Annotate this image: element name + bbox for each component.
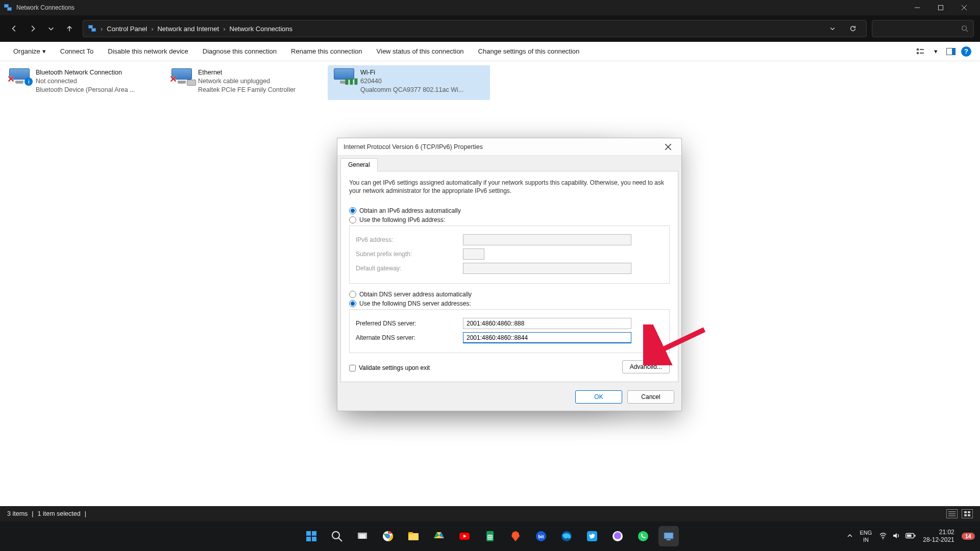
close-window-button[interactable]: [952, 0, 976, 15]
whatsapp-icon[interactable]: [633, 526, 653, 546]
radio-obtain-dns-auto[interactable]: Obtain DNS server address automatically: [349, 291, 670, 298]
svg-rect-56: [915, 535, 916, 537]
network-adapter-icon: ✕ᚼ: [7, 68, 32, 93]
tab-strip: General: [337, 156, 681, 171]
validate-checkbox-input[interactable]: [349, 365, 356, 371]
ipv6-address-input: [463, 234, 631, 245]
svg-rect-30: [359, 534, 365, 539]
task-view-icon[interactable]: [352, 526, 373, 546]
status-bar: 3 items | 1 item selected |: [0, 506, 980, 521]
taskbar-pinned-apps: bit: [301, 526, 679, 546]
organize-label: Organize: [13, 47, 40, 55]
dialog-button-row: OK Cancel: [337, 385, 681, 411]
details-view-icon[interactable]: [946, 509, 958, 518]
connection-item-bluetooth[interactable]: ✕ᚼ Bluetooth Network Connection Not conn…: [3, 65, 165, 100]
radio-use-ip-manual-input[interactable]: [349, 216, 356, 223]
view-options-button[interactable]: [913, 42, 928, 61]
address-bar[interactable]: › Control Panel › Network and Internet ›…: [83, 20, 867, 37]
cmd-view-status[interactable]: View status of this connection: [370, 42, 471, 61]
network-adapter-icon: ▮▮▮: [332, 68, 356, 93]
cmd-rename[interactable]: Rename this connection: [284, 42, 369, 61]
app-icon: [4, 4, 12, 12]
up-button[interactable]: [61, 20, 78, 37]
cmd-diagnose[interactable]: Diagnose this connection: [195, 42, 284, 61]
chrome-icon[interactable]: [378, 526, 398, 546]
maximize-button[interactable]: [929, 0, 952, 15]
preferred-dns-input[interactable]: [463, 318, 631, 329]
forward-button[interactable]: [24, 20, 41, 37]
messenger-icon[interactable]: [607, 526, 628, 546]
dialog-title-bar[interactable]: Internet Protocol Version 6 (TCP/IPv6) P…: [337, 138, 681, 156]
dns-group: Preferred DNS server: Alternate DNS serv…: [349, 309, 670, 353]
advanced-button[interactable]: Advanced...: [622, 360, 670, 373]
svg-rect-52: [667, 539, 671, 540]
dialog-close-button[interactable]: [661, 140, 675, 154]
tray-overflow-icon[interactable]: [847, 533, 853, 540]
svg-rect-1: [939, 6, 943, 10]
svg-line-28: [338, 538, 342, 541]
minimize-button[interactable]: [905, 0, 929, 15]
large-icons-view-icon[interactable]: [962, 509, 973, 518]
bitwarden-icon[interactable]: bit: [531, 526, 551, 546]
search-taskbar-icon[interactable]: [327, 526, 347, 546]
address-dropdown-icon[interactable]: [824, 20, 841, 37]
status-selection: 1 item selected: [38, 510, 81, 517]
validate-checkbox[interactable]: Validate settings upon exit: [349, 364, 430, 371]
tab-general[interactable]: General: [340, 158, 378, 171]
recent-button[interactable]: [43, 20, 59, 37]
clock[interactable]: 21:02 28-12-2021: [923, 529, 954, 544]
chevron-right-icon: ›: [223, 25, 225, 33]
connection-status: 620440: [360, 77, 463, 86]
youtube-icon[interactable]: [454, 526, 475, 546]
language-indicator[interactable]: ENG IN: [860, 529, 872, 543]
svg-rect-51: [664, 533, 673, 539]
notification-badge[interactable]: 14: [962, 533, 975, 540]
edge-icon[interactable]: [556, 526, 577, 546]
radio-obtain-dns-auto-input[interactable]: [349, 291, 356, 298]
search-box[interactable]: [872, 20, 974, 37]
cmd-change-settings[interactable]: Change settings of this connection: [471, 42, 587, 61]
wifi-tray-icon[interactable]: [879, 532, 887, 541]
breadcrumb-item[interactable]: Network and Internet: [157, 25, 219, 33]
connection-item-wifi[interactable]: ▮▮▮ Wi-Fi 620440 Qualcomm QCA9377 802.11…: [328, 65, 490, 100]
refresh-button[interactable]: [845, 20, 861, 37]
help-button[interactable]: ?: [959, 42, 974, 61]
nav-bar: › Control Panel › Network and Internet ›…: [0, 15, 980, 42]
breadcrumb-item[interactable]: Control Panel: [107, 25, 147, 33]
taskbar: bit ENG IN 21:02 28-12-2021 14: [0, 521, 980, 551]
status-item-count: 3 items: [7, 510, 28, 517]
command-bar: Organize ▾ Connect To Disable this netwo…: [0, 42, 980, 61]
brave-icon[interactable]: [505, 526, 526, 546]
organize-menu[interactable]: Organize ▾: [6, 42, 53, 61]
sheets-icon[interactable]: [480, 526, 500, 546]
radio-obtain-ip-auto[interactable]: Obtain an IPv6 address automatically: [349, 207, 670, 214]
preview-pane-button[interactable]: [943, 42, 959, 61]
ok-button[interactable]: OK: [575, 390, 622, 404]
twitter-icon[interactable]: [582, 526, 602, 546]
start-button[interactable]: [301, 526, 322, 546]
network-adapter-icon: ✕: [169, 68, 194, 93]
connection-name: Bluetooth Network Connection: [36, 68, 135, 77]
radio-use-dns-manual-input[interactable]: [349, 300, 356, 307]
volume-tray-icon[interactable]: [892, 532, 900, 541]
file-explorer-icon[interactable]: [403, 526, 424, 546]
alternate-dns-input[interactable]: [463, 332, 631, 343]
view-dropdown-button[interactable]: ▾: [928, 42, 943, 61]
cancel-button[interactable]: Cancel: [627, 390, 674, 404]
svg-point-53: [883, 538, 884, 539]
cmd-connect-to[interactable]: Connect To: [53, 42, 101, 61]
svg-point-4: [962, 26, 967, 31]
google-drive-icon[interactable]: [429, 526, 449, 546]
cmd-disable-device[interactable]: Disable this network device: [101, 42, 195, 61]
radio-obtain-ip-auto-input[interactable]: [349, 207, 356, 214]
breadcrumb-item[interactable]: Network Connections: [230, 25, 293, 33]
battery-tray-icon[interactable]: [905, 533, 916, 540]
radio-use-dns-manual[interactable]: Use the following DNS server addresses:: [349, 300, 670, 307]
radio-use-ip-manual[interactable]: Use the following IPv6 address:: [349, 216, 670, 223]
control-panel-taskbar-icon[interactable]: [658, 526, 679, 546]
connection-item-ethernet[interactable]: ✕ Ethernet Network cable unplugged Realt…: [165, 65, 328, 100]
back-button[interactable]: [6, 20, 22, 37]
svg-rect-26: [312, 537, 316, 541]
dialog-title: Internet Protocol Version 6 (TCP/IPv6) P…: [344, 143, 483, 151]
svg-line-5: [966, 30, 968, 32]
